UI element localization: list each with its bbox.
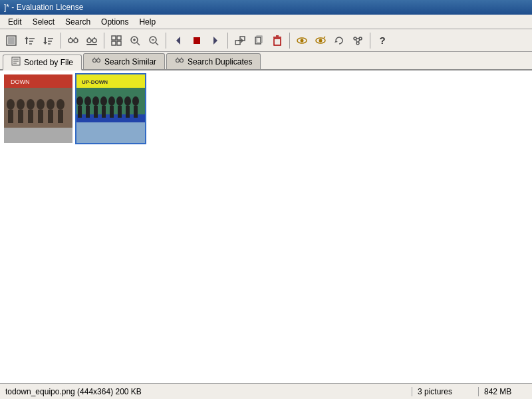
toolbar-grid-btn[interactable] [108, 32, 125, 49]
svg-rect-22 [117, 36, 121, 40]
tab-search-duplicates-icon [175, 56, 184, 67]
toolbar-stop-btn[interactable] [188, 32, 205, 49]
svg-point-58 [93, 59, 96, 63]
tab-sorted-icon [11, 57, 21, 68]
menu-help[interactable]: Help [134, 16, 161, 28]
separator-2 [104, 33, 104, 49]
tab-sorted-by-file[interactable]: Sorted by File [3, 55, 82, 70]
toolbar-view1-btn[interactable] [293, 32, 311, 49]
toolbar-sort-asc-btn[interactable] [21, 32, 39, 49]
tab-sorted-label: Sorted by File [24, 58, 73, 67]
separator-4 [227, 33, 228, 49]
svg-line-47 [324, 37, 325, 38]
status-filename: todown_equipo.png (444x364) 200 KB [0, 387, 412, 396]
thumb-canvas-2 [76, 74, 145, 143]
toolbar-move-btn[interactable] [231, 32, 249, 49]
separator-3 [166, 33, 166, 49]
thumbnail-strip [0, 70, 532, 147]
toolbar: ? [0, 29, 532, 52]
menu-edit[interactable]: Edit [3, 16, 27, 28]
svg-rect-35 [235, 41, 240, 45]
svg-rect-40 [274, 39, 281, 45]
svg-point-11 [74, 39, 78, 43]
tab-search-similar-icon [92, 56, 101, 67]
svg-point-64 [180, 59, 184, 63]
svg-point-10 [68, 39, 72, 43]
svg-point-15 [87, 39, 91, 43]
toolbar-delete-btn[interactable] [269, 32, 286, 49]
svg-line-53 [358, 39, 360, 42]
svg-point-16 [92, 39, 96, 43]
toolbar-zoom-in-btn[interactable] [126, 32, 144, 49]
title-text: ]* - Evaluation License [4, 3, 83, 12]
svg-point-63 [176, 59, 180, 63]
toolbar-select-all-btn[interactable] [3, 32, 20, 49]
svg-line-31 [156, 43, 158, 45]
svg-rect-21 [112, 36, 116, 40]
toolbar-find-similar-btn[interactable] [65, 32, 82, 49]
separator-1 [61, 33, 61, 49]
thumb-canvas-1 [4, 74, 72, 143]
status-picture-count: 3 pictures [412, 387, 479, 396]
menu-search[interactable]: Search [60, 16, 96, 28]
svg-rect-23 [112, 41, 116, 45]
tab-search-duplicates-label: Search Duplicates [188, 57, 252, 66]
svg-rect-24 [117, 41, 121, 45]
svg-line-28 [137, 43, 140, 45]
menu-bar: Edit Select Search Options Help [0, 15, 532, 29]
tab-search-similar[interactable]: Search Similar [83, 53, 165, 69]
tab-search-duplicates[interactable]: Search Duplicates [166, 53, 261, 69]
svg-point-44 [301, 39, 304, 42]
separator-5 [289, 33, 290, 49]
toolbar-sort-desc-btn[interactable] [40, 32, 57, 49]
title-bar: ]* - Evaluation License [0, 0, 532, 15]
toolbar-forward-btn[interactable] [207, 32, 224, 49]
toolbar-zoom-out-btn[interactable] [145, 32, 162, 49]
toolbar-find-duplicates-btn[interactable] [83, 32, 100, 49]
toolbar-help-btn[interactable]: ? [374, 32, 391, 49]
toolbar-view2-btn[interactable] [312, 32, 329, 49]
status-disk-space: 842 MB [479, 387, 532, 396]
toolbar-back-btn[interactable] [170, 32, 187, 49]
tab-search-similar-label: Search Similar [104, 57, 156, 66]
menu-options[interactable]: Options [96, 16, 134, 28]
toolbar-link-btn[interactable] [349, 32, 366, 49]
main-content-area [0, 70, 532, 383]
svg-rect-20 [86, 44, 97, 45]
svg-marker-32 [176, 37, 180, 45]
svg-line-52 [356, 39, 357, 42]
toolbar-rotate-btn[interactable] [331, 32, 348, 49]
separator-6 [370, 33, 370, 49]
thumbnail-2[interactable] [75, 73, 146, 144]
svg-marker-34 [213, 37, 217, 45]
svg-point-59 [97, 59, 100, 63]
svg-rect-1 [8, 37, 15, 44]
svg-rect-33 [194, 37, 200, 44]
toolbar-copy-btn[interactable] [250, 32, 267, 49]
thumbnail-1[interactable] [3, 73, 74, 144]
tabs-bar: Sorted by File Search Similar Search Dup… [0, 52, 532, 70]
status-bar: todown_equipo.png (444x364) 200 KB 3 pic… [0, 383, 532, 399]
svg-point-46 [319, 39, 323, 42]
menu-select[interactable]: Select [27, 16, 60, 28]
